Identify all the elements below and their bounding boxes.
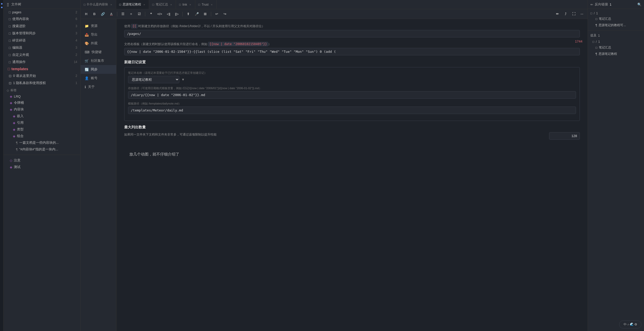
- diary-save-path-input[interactable]: [128, 91, 576, 99]
- redo-button[interactable]: ↪: [221, 11, 229, 17]
- sidebar-item-version-mgmt[interactable]: □ 版本管理和同步 3: [4, 30, 80, 37]
- max-list-input[interactable]: [549, 132, 580, 140]
- code-button[interactable]: </>: [155, 11, 164, 17]
- marketplace-icon: 🛒: [85, 59, 89, 63]
- tab-close-link[interactable]: ×: [189, 3, 192, 7]
- settings-nav-label: 关于: [88, 85, 95, 89]
- sidebar-tag-test[interactable]: ◈ 测试: [4, 164, 80, 170]
- ordered-list-button[interactable]: ≡: [128, 11, 135, 17]
- tab-notes-summary[interactable]: □ 笔记汇总 ×: [149, 0, 176, 9]
- settings-nav-resources[interactable]: 📁 资源: [81, 22, 116, 30]
- about-icon: ℹ: [85, 85, 86, 89]
- sidebar-title-icon: ⣿: [7, 3, 9, 6]
- tag-label: 注意: [14, 158, 21, 163]
- sidebar-item-start-here[interactable]: ⊡ 0 请从这里开始 2: [4, 72, 80, 79]
- sidebar-tag-combination[interactable]: ◈ 组合: [4, 133, 80, 139]
- export-button[interactable]: ⤴: [562, 11, 569, 17]
- status-text: 中·♪·🌊·✿: [623, 322, 637, 327]
- content-area: 📁 资源 📤 导出 🎨 外观 ⌨ 快捷键 🛒 社区集市 🔄 同步: [81, 19, 588, 331]
- indent-more-button[interactable]: |▷: [173, 11, 180, 17]
- tab-trust[interactable]: □ Trust ×: [195, 0, 217, 9]
- tag-label: LRQ: [14, 95, 21, 98]
- link-button[interactable]: 🔗: [99, 11, 107, 17]
- sidebar-tag-lrq[interactable]: ◈ LRQ: [4, 94, 80, 99]
- tab-close-trust[interactable]: ×: [210, 3, 213, 7]
- tab-what-is-content[interactable]: □ 0 什么是内容块 ×: [81, 0, 116, 9]
- right-panel: ⇐ 反向链接 1 🔍 □ / 1 □ 笔记汇总 ¶ 思源笔记的教程可... 提及…: [588, 0, 644, 331]
- sidebar-item-editor[interactable]: □ 编辑器 3: [4, 44, 80, 51]
- sidebar-item-badge: 3: [75, 24, 77, 28]
- sidebar-item-common-ops[interactable]: □ 通用操作 14: [4, 58, 80, 66]
- save-path-field: 使用 {{ 时新建文档的存放路径（例如 /folder1/folder2/，不以…: [124, 24, 580, 37]
- max-list-desc: 如果同一文件夹下文档和文件夹非常多，可通过该项限制以提升性能: [124, 132, 544, 137]
- diary-notebook-select[interactable]: 思源笔记教程: [128, 76, 179, 83]
- settings-nav-appearance[interactable]: 🎨 外观: [81, 39, 116, 48]
- sidebar-item-random-thoughts[interactable]: □ 碎言碎语 4: [4, 37, 80, 44]
- tab-close-what-is-content[interactable]: ×: [110, 3, 113, 7]
- sidebar-tag-embed[interactable]: ◈ 嵌入: [4, 113, 80, 119]
- sidebar-item-pages[interactable]: □ pages 2: [4, 9, 80, 15]
- backlink-item-label: 思源笔记的教程可...: [599, 23, 626, 27]
- right-panel-title: 反向链接: [595, 2, 608, 7]
- upload-button[interactable]: ⬆: [185, 11, 192, 17]
- sidebar-tag-note[interactable]: ◇ 注意: [4, 157, 80, 164]
- tab-link[interactable]: □ link ×: [176, 0, 195, 9]
- fullscreen-button[interactable]: ⛶: [570, 11, 577, 17]
- mention-item-label: 笔记汇总: [599, 45, 611, 50]
- bold-button[interactable]: B: [91, 11, 98, 17]
- tab-siyuan-tutorial[interactable]: □ 思源笔记教程 ×: [116, 0, 149, 9]
- tag-icon: ◈: [10, 95, 12, 98]
- sidebar-item-privacy[interactable]: ⊡ 1 隐私条款和使用授权 1: [4, 79, 80, 87]
- sidebar-tag-type[interactable]: ◈ 类型: [4, 126, 80, 133]
- settings-nav-account[interactable]: 👤 账号: [81, 74, 116, 82]
- sidebar-item-label: 通用操作: [12, 60, 26, 64]
- quote-button[interactable]: ❝: [147, 11, 154, 17]
- sidebar-item-custom-appearance[interactable]: □ 自定义外观 2: [4, 51, 80, 58]
- search-icon[interactable]: 🔍: [637, 3, 641, 6]
- status-bar: 中·♪·🌊·✿: [619, 320, 641, 328]
- folder-icon: □: [9, 10, 11, 14]
- mention-item-notes-summary[interactable]: □ 笔记汇总: [590, 44, 641, 51]
- backlinks-section-label: /: [594, 12, 594, 15]
- sidebar-tag-quote[interactable]: ◈ 引用: [4, 119, 80, 126]
- sidebar-header: ⣿ 文件树: [4, 0, 80, 9]
- tab-label: 思源笔记教程: [123, 2, 141, 7]
- sidebar-item-label: 自定义外观: [12, 53, 29, 57]
- settings-content: 使用 {{ 时新建文档的存放路径（例如 /folder1/folder2/，不以…: [116, 19, 588, 331]
- sidebar-item-templates[interactable]: □ templates: [4, 66, 80, 72]
- backlink-item-notes-summary[interactable]: □ 笔记汇总: [590, 16, 641, 22]
- more-button[interactable]: ···: [578, 11, 586, 17]
- settings-nav-marketplace[interactable]: 🛒 社区集市: [81, 56, 116, 65]
- save-path-input[interactable]: [124, 30, 580, 37]
- save-path-label: 使用 {{ 时新建文档的存放路径（例如 /folder1/folder2/，不以…: [124, 24, 580, 28]
- undo-button[interactable]: ↩: [213, 11, 220, 17]
- settings-nav-shortcuts[interactable]: ⌨ 快捷键: [81, 48, 116, 56]
- sidebar-item-label: 编辑器: [12, 45, 22, 50]
- settings-nav-sync[interactable]: 🔄 同步: [81, 65, 116, 74]
- indent-less-button[interactable]: ◁|: [165, 11, 172, 17]
- settings-nav-label: 资源: [91, 24, 97, 28]
- sidebar-tag-token-bucket[interactable]: ◈ 令牌桶: [4, 99, 80, 106]
- sidebar-item-label: 使用内容块: [12, 17, 29, 21]
- mention-item-tutorial[interactable]: ¶ 思源笔记教程: [590, 51, 641, 57]
- backlink-item-tutorial[interactable]: ¶ 思源笔记的教程可...: [590, 22, 641, 28]
- heading-button[interactable]: H: [83, 11, 90, 17]
- edit-button[interactable]: ✏: [554, 11, 561, 17]
- mic-button[interactable]: 🎤: [193, 11, 201, 17]
- tab-close-siyuan-tutorial[interactable]: ×: [143, 3, 146, 7]
- settings-nav-export[interactable]: 📤 导出: [81, 30, 116, 39]
- font-color-button[interactable]: A: [108, 11, 115, 17]
- sidebar-tag-content-block-hash[interactable]: ¶ "#内容块#"指的是一块内...: [4, 146, 80, 153]
- template-name-input[interactable]: [124, 48, 580, 55]
- checkbox-button[interactable]: ☑: [136, 11, 143, 17]
- diary-template-path-input[interactable]: [128, 107, 576, 114]
- unordered-list-button[interactable]: ☰: [119, 11, 126, 17]
- settings-nav-about[interactable]: ℹ 关于: [81, 82, 116, 91]
- sidebar-item-search-advanced[interactable]: □ 搜索进阶 3: [4, 23, 80, 30]
- sidebar-tag-doc-is-blocks[interactable]: ¶ 一篇文档是一些内容块的...: [4, 139, 80, 146]
- tag-label: 一篇文档是一些内容块的...: [19, 140, 59, 145]
- sidebar-tag-content-block[interactable]: ◈ 内容块: [4, 106, 80, 113]
- tab-close-notes-summary[interactable]: ×: [170, 3, 173, 7]
- table-button[interactable]: ⊞: [202, 11, 209, 17]
- sidebar-item-use-content-block[interactable]: □ 使用内容块 6: [4, 15, 80, 23]
